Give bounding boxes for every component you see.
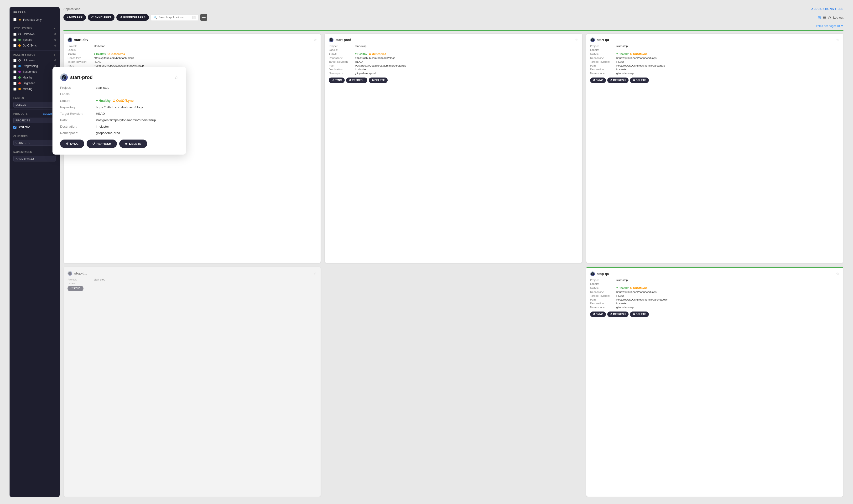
favorites-label: Favorites Only xyxy=(23,18,41,21)
sync-button-stop-dev[interactable]: ↺ SYNC xyxy=(68,286,84,291)
sync-unknown-item[interactable]: Unknown 0 xyxy=(10,31,60,37)
argo-icon-start-dev xyxy=(68,37,72,42)
health-healthy-label: Healthy xyxy=(23,76,33,79)
sync-synced-item[interactable]: Synced 0 xyxy=(10,37,60,43)
project-start-stop-checkbox[interactable] xyxy=(13,126,16,129)
health-degraded-checkbox[interactable] xyxy=(13,82,16,85)
filter-button[interactable]: — xyxy=(200,14,207,21)
project-start-stop-label: start-stop xyxy=(18,125,30,129)
project-start-stop-item[interactable]: start-stop xyxy=(10,124,60,130)
outofsync-badge-stop-qa: ⊙ OutOfSync xyxy=(630,286,647,290)
fav-star-start-qa[interactable]: ☆ xyxy=(836,38,839,42)
argo-icon-stop-dev xyxy=(68,271,72,276)
popup-path-value: PostgresGitOps/gitops/admin/prod/startup xyxy=(96,118,178,122)
namespaces-input[interactable]: NAMESPACES xyxy=(13,156,56,161)
favorites-checkbox[interactable] xyxy=(13,18,16,21)
list-view-icon[interactable]: ☰ xyxy=(823,15,826,20)
refresh-button-start-qa[interactable]: ↺ REFRESH xyxy=(607,77,629,83)
card-field-labels-stop-qa: Labels: xyxy=(590,283,839,285)
card-field-revision-start-prod: Target Revision: HEAD xyxy=(329,60,578,63)
health-missing-item[interactable]: Missing 0 xyxy=(10,86,60,92)
fav-star-stop-dev[interactable]: ☆ xyxy=(313,271,317,275)
card-field-status-start-prod: Status: ♥ Healthy ⊙ OutOfSync xyxy=(329,52,578,56)
card-field-status-start-dev: Status: ♥ Healthy ⊙ OutOfSync xyxy=(68,52,317,56)
labels-section: LABELS ▲ LABELS xyxy=(10,95,60,108)
sync-unknown-checkbox[interactable] xyxy=(13,33,16,36)
delete-button-start-qa[interactable]: ⊗ DELETE xyxy=(630,77,649,83)
popup-sync-button[interactable]: ↺ SYNC xyxy=(60,140,84,148)
progressing-dot xyxy=(18,65,21,67)
card-title-stop-qa: stop-qa xyxy=(590,271,609,276)
sync-outofsync-checkbox[interactable] xyxy=(13,44,16,47)
favorites-filter[interactable]: ★ Favorites Only xyxy=(10,17,60,23)
breadcrumb: Applications xyxy=(63,7,80,11)
sync-apps-label: SYNC APPS xyxy=(95,16,111,19)
new-app-button[interactable]: + NEW APP xyxy=(63,14,86,21)
popup-title: start-prod xyxy=(60,73,93,81)
refresh-button-stop-qa[interactable]: ↺ REFRESH xyxy=(607,311,629,317)
card-field-project-start-dev: Project: start-stop xyxy=(68,44,317,48)
items-per-page[interactable]: Items per page: 10 ▼ xyxy=(816,24,843,28)
health-healthy-checkbox[interactable] xyxy=(13,76,16,79)
health-progressing-label: Progressing xyxy=(23,65,38,68)
health-suspended-checkbox[interactable] xyxy=(13,70,16,73)
app-card-stop-qa: stop-qa ☆ Project: start-stop Labels: St… xyxy=(586,267,843,497)
fav-star-stop-qa[interactable]: ☆ xyxy=(836,271,839,276)
popup-field-labels: Labels: xyxy=(60,92,178,96)
popup-healthy-badge: ♥ Healthy xyxy=(96,99,111,103)
health-degraded-label: Degraded xyxy=(23,82,35,85)
chart-view-icon[interactable]: ◔ xyxy=(828,15,831,20)
popup-outofsync-badge: ⊙ OutOfSync xyxy=(113,99,133,103)
health-progressing-checkbox[interactable] xyxy=(13,65,16,68)
popup-fav-star[interactable]: ☆ xyxy=(174,74,178,80)
card-field-revision-stop-qa: Target Revision: HEAD xyxy=(590,294,839,297)
sync-button-start-qa[interactable]: ↺ SYNC xyxy=(590,77,606,83)
sync-apps-button[interactable]: ↺ SYNC APPS xyxy=(88,14,114,21)
card-field-repo-stop-qa: Repository: https://github.com/bobpach/b… xyxy=(590,290,839,293)
delete-button-start-prod[interactable]: ⊗ DELETE xyxy=(369,77,387,83)
sync-synced-checkbox[interactable] xyxy=(13,38,16,41)
refresh-apps-button[interactable]: ↺ REFRESH APPS xyxy=(116,14,149,21)
sync-button-start-prod[interactable]: ↺ SYNC xyxy=(329,77,345,83)
sync-synced-count: 0 xyxy=(54,38,56,41)
card-field-status-stop-qa: Status: ♥ Healthy ⊙ OutOfSync xyxy=(590,286,839,290)
missing-dot xyxy=(18,88,21,90)
fav-star-start-prod[interactable]: ☆ xyxy=(575,38,578,42)
health-degraded-item[interactable]: Degraded 0 xyxy=(10,80,60,86)
fav-star-start-dev[interactable]: ☆ xyxy=(313,38,317,42)
health-healthy-item[interactable]: Healthy 6 xyxy=(10,75,60,80)
health-missing-checkbox[interactable] xyxy=(13,88,16,91)
search-input[interactable] xyxy=(159,16,191,19)
sync-outofsync-count: 6 xyxy=(54,44,56,47)
health-progressing-item[interactable]: Progressing 0 xyxy=(10,63,60,69)
labels-input[interactable]: LABELS xyxy=(13,102,56,108)
refresh-button-start-prod[interactable]: ↺ REFRESH xyxy=(346,77,367,83)
health-unknown-checkbox[interactable] xyxy=(13,59,16,62)
projects-input[interactable]: PROJECTS xyxy=(13,118,56,123)
health-suspended-item[interactable]: Suspended 0 xyxy=(10,69,60,75)
outofsync-badge-start-prod: ⊙ OutOfSync xyxy=(369,52,386,56)
popup-namespace-value: gitopsdemo-prod xyxy=(96,131,178,135)
popup-delete-button[interactable]: ⊗ DELETE xyxy=(119,140,147,148)
delete-button-stop-qa[interactable]: ⊗ DELETE xyxy=(630,311,649,317)
card-actions-start-qa: ↺ SYNC ↺ REFRESH ⊗ DELETE xyxy=(590,77,839,83)
grid-view-icon[interactable]: ⊞ xyxy=(818,15,821,20)
card-field-labels-stop-dev: Labels: xyxy=(68,282,317,285)
card-field-revision-start-qa: Target Revision: HEAD xyxy=(590,60,839,63)
health-unknown-item[interactable]: Unknown 0 xyxy=(10,57,60,63)
health-unknown-count: 0 xyxy=(54,59,56,62)
log-out-button[interactable]: Log out xyxy=(833,16,843,19)
sync-outofsync-label: OutOfSync xyxy=(23,44,37,47)
star-icon: ★ xyxy=(18,18,21,21)
popup-refresh-button[interactable]: ↺ REFRESH xyxy=(87,140,117,148)
clusters-input[interactable]: CLUSTERS xyxy=(13,140,56,146)
projects-clear-button[interactable]: CLEAR xyxy=(43,112,52,115)
clusters-header: CLUSTERS ▲ xyxy=(10,133,60,139)
refresh-apps-label: REFRESH APPS xyxy=(123,16,146,19)
popup-delete-label: DELETE xyxy=(129,142,141,145)
sync-outofsync-item[interactable]: OutOfSync 6 xyxy=(10,43,60,49)
outofsync-dot xyxy=(18,44,21,47)
synced-dot xyxy=(18,39,21,41)
popup-sync-label: SYNC xyxy=(70,142,78,145)
sync-button-stop-qa[interactable]: ↺ SYNC xyxy=(590,311,606,317)
